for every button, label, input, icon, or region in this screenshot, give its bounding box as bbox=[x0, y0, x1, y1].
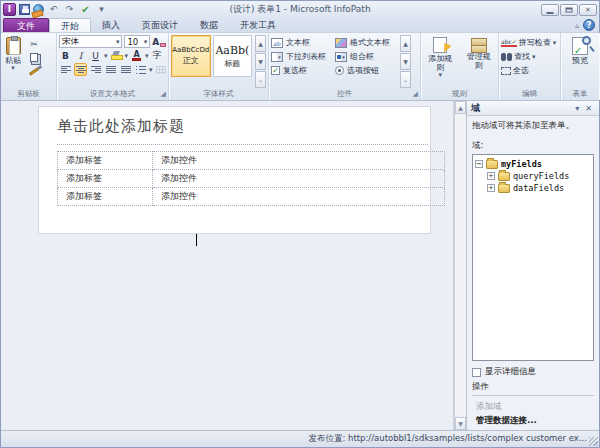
increase-indent-button[interactable] bbox=[119, 63, 132, 76]
control-label: 复选框 bbox=[283, 65, 307, 76]
tab-file[interactable]: 文件 bbox=[3, 18, 49, 32]
page-title-placeholder[interactable]: 单击此处添加标题 bbox=[57, 113, 430, 144]
select-all-button[interactable]: 全选 bbox=[501, 64, 556, 77]
design-checker-icon[interactable]: ✔ bbox=[79, 3, 92, 16]
redo-icon[interactable]: ↷ bbox=[63, 3, 76, 16]
group-font-styles: AaBbCcDd 正文 AaBb( 标题 ▲ ▼ ⌄ 字体样式 bbox=[169, 33, 269, 100]
italic-button[interactable]: I bbox=[74, 49, 87, 62]
collapse-expander-icon[interactable]: − bbox=[475, 160, 483, 168]
controls-dialog-launcher-icon[interactable]: ◢ bbox=[413, 91, 418, 98]
fields-tree[interactable]: − myFields + queryFields + dataFields bbox=[472, 154, 594, 361]
bold-button[interactable]: B bbox=[59, 49, 72, 62]
highlight-dropdown-icon[interactable]: ▾ bbox=[125, 53, 129, 59]
expand-expander-icon[interactable]: + bbox=[487, 172, 495, 180]
font-color-button[interactable]: A bbox=[130, 49, 143, 62]
manage-rules-label: 管理规则 bbox=[464, 52, 495, 70]
paste-button[interactable]: 粘贴 ▾ bbox=[3, 35, 23, 88]
add-label-cell[interactable]: 添加标签 bbox=[58, 170, 153, 188]
format-text-dialog-launcher-icon[interactable]: ◢ bbox=[161, 91, 166, 98]
infopath-app-icon[interactable]: I bbox=[3, 3, 16, 16]
font-name-select[interactable]: 宋体 ▾ bbox=[59, 35, 122, 48]
add-rule-dropdown-icon[interactable]: ▾ bbox=[438, 72, 442, 78]
decrease-indent-button[interactable] bbox=[104, 63, 117, 76]
format-painter-button[interactable] bbox=[23, 65, 45, 78]
font-size-select[interactable]: 10 ▾ bbox=[124, 35, 150, 48]
tab-data[interactable]: 数据 bbox=[189, 18, 229, 32]
underline-button[interactable]: U bbox=[89, 49, 102, 62]
expand-expander-icon[interactable]: + bbox=[487, 184, 495, 192]
dropdown-list-icon bbox=[271, 52, 283, 62]
manage-rules-button[interactable]: 管理规则 bbox=[462, 35, 497, 88]
decrease-indent-icon bbox=[106, 66, 116, 74]
spelling-button[interactable]: abc✓ 拼写检查 ▾ bbox=[501, 36, 556, 49]
control-dropdown-list[interactable]: 下拉列表框 bbox=[271, 50, 335, 63]
minimize-button[interactable] bbox=[541, 4, 559, 16]
align-left-button[interactable] bbox=[59, 63, 72, 76]
bullet-list-button[interactable] bbox=[134, 63, 147, 76]
add-label-cell[interactable]: 添加标签 bbox=[58, 188, 153, 206]
pane-close-icon[interactable]: ✕ bbox=[582, 104, 595, 113]
quick-publish-icon[interactable] bbox=[33, 4, 44, 15]
tab-page-design[interactable]: 页面设计 bbox=[131, 18, 189, 32]
form-page[interactable]: 单击此处添加标题 添加标签 添加控件 添加标签 添加控件 添加标签 添加控件 bbox=[38, 106, 431, 234]
window-controls: ✕ bbox=[541, 4, 597, 16]
preview-button[interactable]: ✓ 预览 bbox=[570, 35, 590, 88]
control-rich-text-box[interactable]: 格式文本框 bbox=[335, 36, 399, 49]
help-icon[interactable]: ? bbox=[583, 19, 595, 31]
manage-data-connections-link[interactable]: 管理数据连接... bbox=[476, 415, 594, 427]
tab-home[interactable]: 开始 bbox=[49, 18, 91, 32]
scroll-down-icon[interactable]: ▼ bbox=[455, 417, 466, 430]
add-control-cell[interactable]: 添加控件 bbox=[153, 152, 445, 170]
style-normal[interactable]: AaBbCcDd 正文 bbox=[171, 35, 211, 77]
form-canvas[interactable]: 单击此处添加标题 添加标签 添加控件 添加标签 添加控件 添加标签 添加控件 bbox=[1, 101, 454, 430]
maximize-button[interactable] bbox=[560, 4, 578, 16]
gridlines-button[interactable] bbox=[155, 63, 168, 76]
underline-dropdown-icon[interactable]: ▾ bbox=[104, 53, 108, 59]
tree-item-label: dataFields bbox=[513, 183, 564, 193]
tree-item-myfields[interactable]: − myFields bbox=[475, 158, 591, 169]
styles-scroll-down-icon[interactable]: ▼ bbox=[255, 53, 266, 70]
paste-dropdown-icon[interactable]: ▾ bbox=[11, 65, 15, 71]
resize-grip[interactable] bbox=[589, 437, 598, 446]
tree-item-queryfields[interactable]: + queryFields bbox=[487, 170, 591, 181]
undo-icon[interactable]: ↶ bbox=[47, 3, 60, 16]
show-details-checkbox[interactable] bbox=[472, 368, 481, 377]
character-format-button[interactable]: 字 bbox=[151, 49, 164, 62]
add-label-cell[interactable]: 添加标签 bbox=[58, 152, 153, 170]
show-details-row[interactable]: 显示详细信息 bbox=[472, 366, 594, 378]
cut-button[interactable]: ✂ bbox=[23, 37, 45, 50]
controls-more-icon[interactable]: ⌄ bbox=[400, 71, 411, 88]
tree-item-datafields[interactable]: + dataFields bbox=[487, 182, 591, 193]
control-option-button[interactable]: 选项按钮 bbox=[335, 64, 399, 77]
close-button[interactable]: ✕ bbox=[579, 4, 597, 16]
style-title[interactable]: AaBb( 标题 bbox=[213, 35, 253, 77]
control-text-box[interactable]: ab 文本框 bbox=[271, 36, 335, 49]
highlight-button[interactable] bbox=[110, 49, 123, 62]
add-rule-label: 添加规则 bbox=[425, 54, 456, 72]
align-right-button[interactable] bbox=[89, 63, 102, 76]
add-control-cell[interactable]: 添加控件 bbox=[153, 188, 445, 206]
save-icon[interactable] bbox=[19, 4, 30, 15]
tab-developer[interactable]: 开发工具 bbox=[229, 18, 287, 32]
add-rule-button[interactable]: 添加规则 ▾ bbox=[423, 35, 458, 88]
qat-customize-icon[interactable]: ▾ bbox=[95, 3, 108, 16]
styles-scroll-up-icon[interactable]: ▲ bbox=[255, 35, 266, 52]
control-combo-box[interactable]: 组合框 bbox=[335, 50, 399, 63]
controls-scroll-up-icon[interactable]: ▲ bbox=[400, 35, 411, 52]
pane-menu-icon[interactable]: ▾ bbox=[572, 104, 582, 113]
control-check-box[interactable]: ✓ 复选框 bbox=[271, 64, 335, 77]
clear-formatting-button[interactable]: A bbox=[152, 35, 166, 48]
find-button[interactable]: 查找 ▾ bbox=[501, 50, 556, 63]
controls-scroll-down-icon[interactable]: ▼ bbox=[400, 53, 411, 70]
collapse-ribbon-icon[interactable]: ▵ bbox=[575, 21, 579, 30]
add-control-cell[interactable]: 添加控件 bbox=[153, 170, 445, 188]
align-center-button[interactable] bbox=[74, 63, 87, 76]
font-color-dropdown-icon[interactable]: ▾ bbox=[145, 53, 149, 59]
vertical-scrollbar[interactable]: ▲ ▼ bbox=[454, 101, 466, 430]
bullet-list-dropdown-icon[interactable]: ▾ bbox=[149, 67, 153, 73]
styles-more-icon[interactable]: ⌄ bbox=[255, 71, 266, 88]
copy-button[interactable] bbox=[23, 51, 45, 64]
tab-insert[interactable]: 插入 bbox=[91, 18, 131, 32]
preview-icon: ✓ bbox=[572, 37, 588, 55]
scroll-up-icon[interactable]: ▲ bbox=[455, 101, 466, 114]
